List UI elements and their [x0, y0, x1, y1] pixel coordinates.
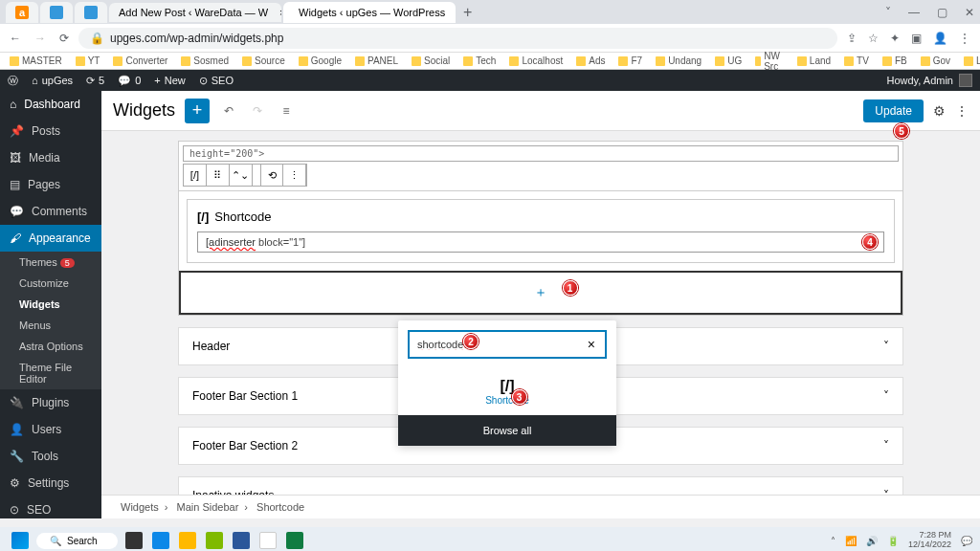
bookmark-item[interactable]: YT [76, 55, 100, 66]
site-link[interactable]: ⌂ upGes [32, 75, 73, 86]
bookmark-item[interactable]: Undang [656, 55, 702, 66]
search-input[interactable] [410, 332, 578, 357]
sidebar-item-posts[interactable]: 📌 Posts [0, 118, 101, 144]
star-icon[interactable]: ☆ [868, 32, 879, 45]
pinned-tab[interactable] [40, 2, 73, 23]
sidebar-item-dashboard[interactable]: ⌂ Dashboard [0, 91, 101, 118]
bookmark-item[interactable]: LinkedIn [964, 55, 980, 66]
sidebar-sub-customize[interactable]: Customize [0, 273, 101, 294]
maximize-icon[interactable]: ▢ [937, 6, 947, 19]
sidebar-item-pages[interactable]: ▤ Pages [0, 171, 101, 198]
volume-icon[interactable]: 🔊 [866, 536, 878, 546]
bookmark-item[interactable]: MASTER [10, 55, 62, 66]
shortcode-block[interactable]: [/]Shortcode [adinserter block="1"] 4 [187, 199, 895, 263]
clock[interactable]: 7:28 PM12/14/2022 [908, 531, 951, 550]
edge-icon[interactable] [152, 532, 169, 549]
start-icon[interactable] [11, 532, 29, 549]
bookmark-item[interactable]: TV [844, 55, 869, 66]
extensions-icon[interactable]: ✦ [890, 32, 900, 45]
bookmark-item[interactable]: Google [299, 55, 342, 66]
options-icon[interactable]: ⋮ [955, 103, 969, 119]
wifi-icon[interactable]: 📶 [845, 536, 857, 546]
sidebar-item-users[interactable]: 👤 Users [0, 416, 101, 443]
excel-icon[interactable] [286, 532, 303, 549]
shortcode-input[interactable]: [adinserter block="1"] 4 [197, 231, 884, 253]
new-link[interactable]: + New [154, 75, 185, 86]
bookmark-item[interactable]: UG [715, 55, 742, 66]
bookmark-item[interactable]: Land [797, 55, 831, 66]
taskbar-search[interactable]: 🔍 Search [36, 533, 118, 549]
editor-canvas[interactable]: height="200"> [/] ⠿ ⌃⌄ ⟲ ⋮ [/]Shortcode … [101, 131, 980, 495]
minimize-icon[interactable]: — [908, 6, 920, 19]
bookmark-item[interactable]: Gov [921, 55, 950, 66]
add-block-button[interactable]: + [185, 99, 210, 123]
crumb[interactable]: Main Sidebar [176, 501, 238, 513]
battery-icon[interactable]: 🔋 [887, 536, 899, 546]
sidebar-sub-tfe[interactable]: Theme File Editor [0, 357, 101, 389]
pinned-tab[interactable]: a [6, 2, 38, 23]
crumb[interactable]: Widgets [121, 501, 159, 513]
sidebar-item-tools[interactable]: 🔧 Tools [0, 443, 101, 470]
explorer-icon[interactable] [179, 532, 196, 549]
sidebar-item-seo[interactable]: ⊙ SEO [0, 496, 101, 523]
bookmark-item[interactable]: Social [412, 55, 450, 66]
howdy-text[interactable]: Howdy, Admin [887, 75, 954, 86]
sidebar-item-appearance[interactable]: 🖌 Appearance [0, 225, 101, 252]
bookmark-item[interactable]: Tech [463, 55, 496, 66]
comments-link[interactable]: 💬 0 [118, 75, 141, 87]
app-icon[interactable] [233, 532, 250, 549]
avatar[interactable] [959, 74, 972, 87]
notifications-icon[interactable]: 💬 [961, 536, 972, 546]
sidebar-item-comments[interactable]: 💬 Comments [0, 198, 101, 225]
clear-icon[interactable]: × [578, 332, 605, 357]
bookmark-item[interactable]: Source [242, 55, 285, 66]
list-view-icon[interactable]: ≡ [277, 104, 296, 118]
updates-link[interactable]: ⟳ 5 [86, 75, 104, 87]
section-inactive[interactable]: Inactive widgets˅ [178, 476, 903, 495]
url-input[interactable]: 🔒 upges.com/wp-admin/widgets.php [78, 28, 837, 49]
reading-icon[interactable]: ▣ [911, 32, 922, 45]
back-icon[interactable]: ← [10, 32, 21, 45]
browser-tab[interactable]: Add New Post ‹ WareData — W× [109, 3, 281, 22]
move-icon[interactable]: ⌃⌄ [230, 165, 253, 186]
undo-icon[interactable]: ↶ [219, 104, 238, 118]
sidebar-item-settings[interactable]: ⚙ Settings [0, 470, 101, 496]
block-result-shortcode[interactable]: [/] 3 Shortcode [398, 368, 616, 415]
sidebar-sub-widgets[interactable]: Widgets [0, 294, 101, 315]
new-tab-button[interactable]: + [457, 4, 478, 21]
share-icon[interactable]: ⇪ [847, 32, 857, 45]
transform-icon[interactable]: ⟲ [260, 165, 283, 186]
chevron-up-icon[interactable]: ˄ [831, 536, 835, 546]
bookmark-item[interactable]: FB [882, 55, 907, 66]
app-icon[interactable] [206, 532, 223, 549]
profile-icon[interactable]: 👤 [933, 32, 947, 45]
update-button[interactable]: Update [863, 99, 924, 122]
browser-tab-active[interactable]: Widgets ‹ upGes — WordPress× [283, 2, 456, 23]
sidebar-item-media[interactable]: 🖾 Media [0, 144, 101, 171]
browse-all-button[interactable]: Browse all [398, 415, 616, 446]
sidebar-item-plugins[interactable]: 🔌 Plugins [0, 389, 101, 416]
more-icon[interactable]: ⋮ [283, 165, 306, 186]
reload-icon[interactable]: ⟳ [59, 32, 69, 45]
close-icon[interactable]: ✕ [965, 6, 974, 19]
bookmark-item[interactable]: Ads [576, 55, 605, 66]
bookmark-item[interactable]: Localhost [509, 55, 563, 66]
add-block-area[interactable]: ＋ 1 [179, 271, 902, 315]
crumb[interactable]: Shortcode [256, 501, 304, 513]
bookmark-item[interactable]: Sosmed [181, 55, 229, 66]
bookmark-item[interactable]: NW Src [755, 51, 784, 72]
sidebar-sub-astra[interactable]: Astra Options [0, 336, 101, 357]
seo-link[interactable]: ⊙ SEO [199, 75, 234, 87]
bookmark-item[interactable]: F7 [618, 55, 642, 66]
plus-icon[interactable]: ＋ [534, 284, 547, 299]
sidebar-sub-menus[interactable]: Menus [0, 315, 101, 336]
bookmark-item[interactable]: Converter [113, 55, 167, 66]
app-icon[interactable] [125, 532, 143, 549]
drag-icon[interactable]: ⠿ [207, 165, 230, 186]
bookmark-item[interactable]: PANEL [355, 55, 398, 66]
wp-logo-icon[interactable]: ⓦ [8, 74, 18, 88]
shortcode-icon[interactable]: [/] [184, 165, 207, 186]
sidebar-sub-themes[interactable]: Themes 5 [0, 252, 101, 273]
menu-icon[interactable]: ⋮ [959, 32, 970, 45]
pinned-tab[interactable] [75, 2, 107, 23]
